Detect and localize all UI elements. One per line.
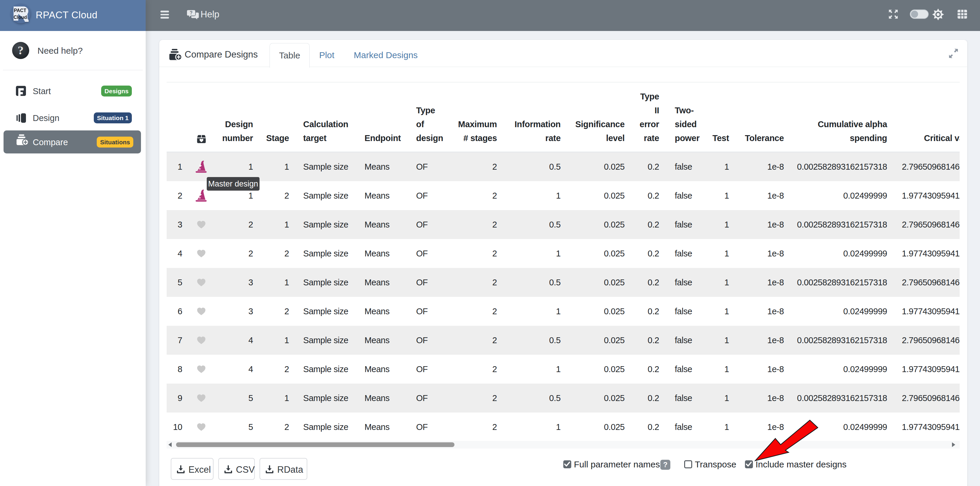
svg-text:?: ? <box>18 44 24 57</box>
svg-text:PACT: PACT <box>14 8 27 13</box>
svg-text:?: ? <box>189 10 192 15</box>
svg-text:Cloud: Cloud <box>14 15 27 20</box>
